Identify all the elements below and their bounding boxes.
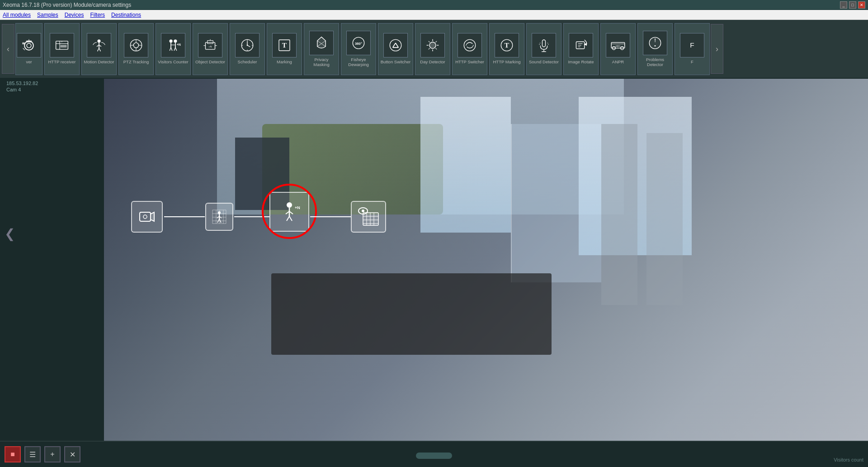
svg-line-65 [429,48,430,50]
svg-line-15 [97,48,99,52]
object-detector-label: Object Detector [195,59,225,64]
svg-text:+N: +N [177,43,181,46]
add-button[interactable]: + [44,446,61,462]
window-area [420,97,511,233]
svg-point-96 [143,215,147,219]
module-problems-detector[interactable]: ! Problems Detector [637,23,673,75]
svg-line-31 [175,48,177,51]
pipeline-destination-node[interactable] [351,201,386,233]
menu-filters[interactable]: Filters [90,12,105,18]
camera-label: ver [26,59,32,64]
svg-line-66 [435,48,437,50]
module-anpr[interactable]: ABC ANPR [600,23,636,75]
menu-destinations[interactable]: Destinations [111,12,141,18]
svg-rect-9 [60,45,66,48]
day-detector-icon [420,33,445,57]
module-fisheye-dewarping[interactable]: 360° Fisheye Dewarping [341,23,376,75]
anpr-icon: ABC [606,33,630,57]
minimize-button[interactable]: _ [840,1,847,9]
camera-icon [17,33,41,57]
module-image-rotate[interactable]: Image Rotate [563,23,599,75]
module-http-marking[interactable]: T HTTP Marking [489,23,524,75]
ip-address: 185.53.192.82 [6,81,38,86]
stop-button[interactable]: ■ [5,446,21,462]
privacy-masking-icon [309,31,334,55]
titlebar: Xeoma 16.7.18 (Pro version) Module/camer… [0,0,868,10]
module-object-detector[interactable]: +N Object Detector [193,23,228,75]
menu-samples[interactable]: Samples [37,12,58,18]
cam-label: Cam 4 [6,87,21,92]
svg-point-43 [247,45,248,46]
button-switcher-icon [383,33,408,57]
visitors-count-label: Visitors count [834,457,863,462]
module-marking[interactable]: T Marking [267,23,302,75]
svg-rect-72 [542,40,545,47]
close-button[interactable]: ✕ [858,1,865,9]
titlebar-controls: _ □ ✕ [840,1,865,9]
http-switcher-label: HTTP Switcher [455,59,484,64]
menu-devices[interactable]: Devices [65,12,84,18]
pipeline-motion-node[interactable] [205,203,233,231]
svg-line-28 [170,48,171,51]
svg-point-92 [655,45,656,47]
menu-all-modules[interactable]: All modules [3,12,31,18]
svg-line-30 [174,48,175,51]
svg-text:+N: +N [208,45,212,48]
module-http-switcher[interactable]: HTTP Switcher [452,23,487,75]
privacy-masking-label: Privacy Masking [306,57,337,67]
image-rotate-label: Image Rotate [568,59,594,64]
toolbar-right-arrow[interactable]: › [711,24,723,74]
svg-marker-95 [151,212,154,221]
module-day-detector[interactable]: Day Detector [415,23,450,75]
module-visitors-counter[interactable]: +N Visitors Counter [156,23,191,75]
module-button-switcher[interactable]: Button Switcher [378,23,413,75]
module-scheduler[interactable]: Scheduler [230,23,265,75]
sound-detector-icon [532,33,556,57]
module-more[interactable]: F F [675,23,710,75]
svg-line-16 [99,48,101,52]
svg-rect-94 [140,212,151,221]
module-sound-detector[interactable]: Sound Detector [526,23,561,75]
svg-line-55 [393,43,396,48]
http-marking-label: HTTP Marking [493,59,520,64]
module-privacy-masking[interactable]: Privacy Masking [304,23,339,75]
button-switcher-label: Button Switcher [381,59,411,64]
module-ptz-tracking[interactable]: PTZ Tracking [118,23,154,75]
svg-point-23 [170,40,173,43]
fisheye-dewarping-icon: 360° [346,31,371,55]
sound-detector-label: Sound Detector [529,59,559,64]
ptz-tracking-icon [124,33,148,57]
menubar: All modules Samples Devices Filters Dest… [0,10,868,20]
svg-point-1 [27,43,31,48]
pipeline-camera-node[interactable] [131,201,163,233]
ptz-tracking-label: PTZ Tracking [123,59,149,64]
scheduler-label: Scheduler [238,59,257,64]
svg-text:F: F [690,41,694,49]
image-rotate-icon [569,33,593,57]
module-camera[interactable]: ver [15,23,42,75]
module-motion-detector[interactable]: Motion Detector [81,23,117,75]
svg-rect-2 [22,43,25,44]
svg-line-63 [429,41,430,43]
close-cam-button[interactable]: ✕ [64,446,80,462]
more-label: F [691,59,693,64]
display-stand-2 [646,133,683,305]
sidebar-collapse-arrow[interactable]: ❮ [5,226,15,241]
module-http-receiver[interactable]: P HTTP receiver [44,23,80,75]
svg-point-24 [174,40,177,43]
anpr-label: ANPR [612,59,624,64]
svg-line-29 [171,48,172,51]
store-overlay [104,79,868,454]
toolbar-left-arrow[interactable]: ‹ [2,24,14,74]
list-button[interactable]: ☰ [24,446,41,462]
restore-button[interactable]: □ [849,1,856,9]
scroll-indicator[interactable] [416,453,452,459]
pipeline-diagram: +N [118,187,434,242]
pipeline-line-1 [164,216,205,217]
module-toolbar: ‹ ver P HTTP receiver [0,20,868,79]
svg-line-69 [472,45,473,47]
svg-line-5 [23,48,25,50]
scheduler-icon [235,33,259,57]
svg-point-18 [133,43,138,48]
svg-rect-87 [611,43,625,44]
